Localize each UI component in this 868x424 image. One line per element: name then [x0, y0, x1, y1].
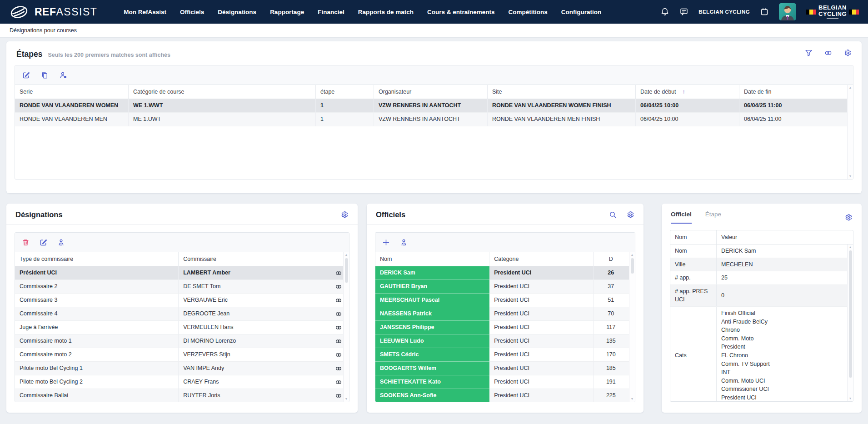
- officiel-row[interactable]: SCHIETTEKATTE Kato President UCI 191: [375, 375, 635, 389]
- designation-row[interactable]: Président UCI LAMBERT Amber: [15, 266, 349, 280]
- detail-table: Nom Valeur Nom DERICK Sam Ville MECHELEN: [670, 230, 853, 402]
- detail-row[interactable]: Cats Finish Official Anti-Fraude BelCy C…: [670, 307, 853, 402]
- designation-row[interactable]: Juge à l'arrivée VERMEULEN Hans: [15, 321, 349, 334]
- nav-item[interactable]: Officiels: [180, 9, 204, 15]
- officiel-row[interactable]: SOOKENS Ann-Sofie President UCI 225: [375, 389, 635, 402]
- edit-icon[interactable]: [22, 71, 30, 79]
- col-site[interactable]: Site: [488, 85, 636, 99]
- detail-label: # app. PRES UCI: [670, 285, 717, 306]
- col-type-commissaire[interactable]: Type de commissaire: [15, 252, 179, 266]
- add-icon[interactable]: [382, 239, 390, 246]
- chain-link-icon[interactable]: [335, 379, 342, 386]
- designation-row[interactable]: Pilote moto Bel Cycling 2 CRAEY Frans: [15, 375, 349, 389]
- detail-row[interactable]: # app. PRES UCI 0: [670, 285, 853, 307]
- brand-logo[interactable]: REFASSIST: [9, 5, 97, 19]
- edit-icon[interactable]: [40, 239, 47, 246]
- etape-row[interactable]: RONDE VAN VLAANDEREN WOMEN WE 1.WWT 1 VZ…: [15, 99, 853, 113]
- officiel-row[interactable]: JANSSENS Philippe President UCI 117: [375, 321, 635, 334]
- detail-label: Cats: [670, 307, 717, 402]
- nav-item[interactable]: Financiel: [318, 9, 344, 15]
- nav-item[interactable]: Rapportage: [270, 9, 304, 15]
- col-categorie[interactable]: Catégorie de course: [129, 85, 316, 99]
- chain-link-icon[interactable]: [335, 283, 342, 290]
- scrollbar[interactable]: ▲▼: [629, 252, 635, 402]
- chain-link-icon[interactable]: [335, 338, 342, 345]
- officiel-row[interactable]: NAESSENS Patrick President UCI 70: [375, 307, 635, 321]
- cell-type: Commissaire moto 1: [15, 334, 179, 348]
- designation-row[interactable]: Commissaire moto 1 DI MORINO Lorenzo: [15, 334, 349, 348]
- col-nom[interactable]: Nom: [375, 252, 489, 266]
- nav-item[interactable]: Cours & entraînements: [427, 9, 495, 15]
- nav-item[interactable]: Désignations: [218, 9, 256, 15]
- gear-icon[interactable]: [341, 211, 349, 219]
- col-serie[interactable]: Serie: [15, 85, 129, 99]
- etapes-header-row: Serie Catégorie de course étape Organisa…: [15, 85, 853, 99]
- cell-categorie: President UCI: [489, 294, 593, 307]
- etapes-table: Serie Catégorie de course étape Organisa…: [15, 65, 853, 180]
- detail-row[interactable]: Nom DERICK Sam: [670, 244, 853, 258]
- officiel-row[interactable]: BOOGAERTS Willem President UCI 185: [375, 362, 635, 375]
- calendar-icon[interactable]: [760, 7, 769, 16]
- cell-nom: NAESSENS Patrick: [375, 307, 489, 321]
- chain-link-icon[interactable]: [335, 392, 342, 399]
- officiel-row[interactable]: SMETS Cédric President UCI 170: [375, 348, 635, 362]
- col-etape[interactable]: étape: [316, 85, 374, 99]
- officiel-row[interactable]: LEEUWEN Ludo President UCI 135: [375, 334, 635, 348]
- cell-commissaire: VERZEVERS Stijn: [179, 348, 328, 362]
- col-commissaire[interactable]: Commissaire: [179, 252, 328, 266]
- col-categorie[interactable]: Catégorie: [489, 252, 593, 266]
- copy-icon[interactable]: [41, 71, 49, 79]
- user-avatar[interactable]: [779, 3, 796, 20]
- scrollbar[interactable]: ▲▼: [343, 252, 349, 402]
- assign-user-icon[interactable]: [57, 239, 65, 246]
- officiel-row[interactable]: DERICK Sam President UCI 26: [375, 266, 635, 280]
- detail-tab[interactable]: Étape: [705, 211, 721, 224]
- belgian-flag-icon: [849, 10, 859, 15]
- delete-icon[interactable]: [22, 239, 30, 246]
- detail-tab[interactable]: Officiel: [671, 211, 692, 224]
- col-date-fin[interactable]: Date de fin: [739, 85, 853, 99]
- assign-user-icon[interactable]: [400, 239, 408, 246]
- detail-row[interactable]: Ville MECHELEN: [670, 258, 853, 272]
- cell-type: Commissaire moto 2: [15, 348, 179, 362]
- officiel-row[interactable]: MEERSCHAUT Pascal President UCI 51: [375, 294, 635, 307]
- nav-item[interactable]: Configuration: [561, 9, 601, 15]
- chat-icon[interactable]: [679, 7, 688, 16]
- logo-text-top: BELGIAN: [818, 5, 847, 11]
- designation-row[interactable]: Commissaire 3 VERGAUWE Eric: [15, 294, 349, 307]
- etapes-panel: Étapes Seuls les 200 premiers matches so…: [6, 41, 862, 193]
- detail-row[interactable]: # app. 25: [670, 271, 853, 285]
- col-date-debut[interactable]: Date de début↑: [636, 85, 739, 99]
- designation-row[interactable]: Commissaire 2 DE SMET Tom: [15, 280, 349, 294]
- chain-link-icon[interactable]: [335, 324, 342, 331]
- designation-row[interactable]: Commissaire 4 DEGROOTE Jean: [15, 307, 349, 321]
- filter-icon[interactable]: [805, 49, 813, 57]
- designation-row[interactable]: Pilote moto Bel Cycling 1 VAN IMPE Andy: [15, 362, 349, 375]
- search-icon[interactable]: [609, 211, 617, 219]
- etape-row[interactable]: RONDE VAN VLAANDEREN MEN ME 1.UWT 1 VZW …: [15, 113, 853, 126]
- chain-link-icon[interactable]: [335, 310, 342, 318]
- nav-item[interactable]: Rapports de match: [358, 9, 414, 15]
- gear-icon[interactable]: [845, 214, 853, 221]
- assign-user-icon[interactable]: [60, 71, 67, 79]
- chain-link-icon[interactable]: [335, 365, 342, 372]
- col-organisateur[interactable]: Organisateur: [374, 85, 488, 99]
- link-icon[interactable]: [824, 49, 832, 57]
- bell-icon[interactable]: [660, 7, 669, 16]
- scrollbar[interactable]: ▲▼: [847, 244, 853, 401]
- officiel-row[interactable]: GAUTHIER Bryan President UCI 37: [375, 280, 635, 294]
- top-navbar: REFASSIST Mon RefAssistOfficielsDésignat…: [0, 0, 868, 24]
- designation-row[interactable]: Commissaire moto 2 VERZEVERS Stijn: [15, 348, 349, 362]
- designation-row[interactable]: Commissaire Ballai RUYTER Joris: [15, 389, 349, 402]
- scrollbar[interactable]: ▲▼: [847, 85, 853, 179]
- chain-link-icon[interactable]: [335, 351, 342, 359]
- col-valeur[interactable]: Valeur: [717, 230, 853, 244]
- chain-link-icon[interactable]: [335, 297, 342, 304]
- nav-item[interactable]: Mon RefAssist: [124, 9, 166, 15]
- chain-link-icon[interactable]: [335, 269, 342, 277]
- sort-asc-icon: ↑: [683, 89, 685, 95]
- gear-icon[interactable]: [627, 211, 634, 219]
- nav-item[interactable]: Compétitions: [508, 9, 547, 15]
- gear-icon[interactable]: [844, 49, 852, 57]
- col-nom[interactable]: Nom: [670, 230, 717, 244]
